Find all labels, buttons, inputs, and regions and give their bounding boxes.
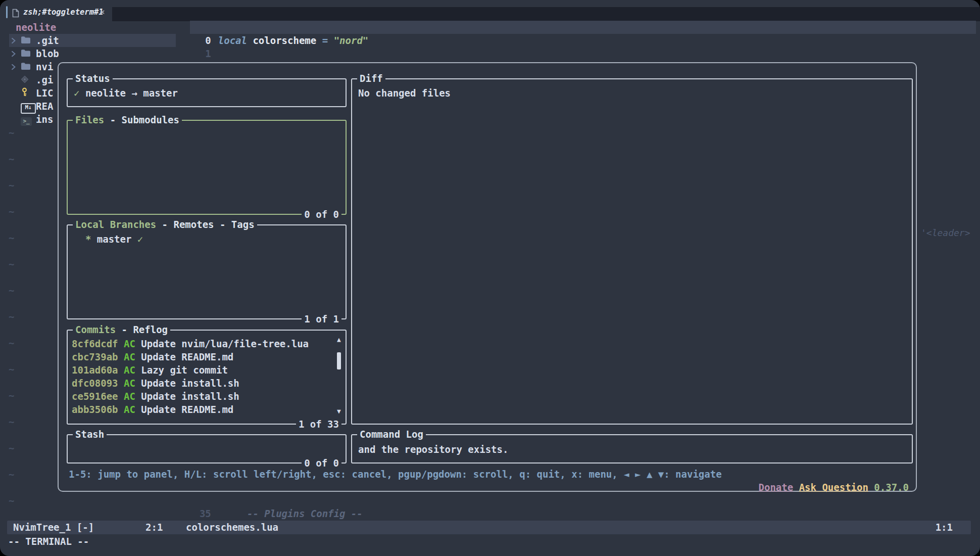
tabline-background [112,7,980,21]
tree-item-label: .git [36,34,59,47]
terminal-icon: >_ [21,113,36,126]
status-content: ✓ neolite → master [68,79,346,106]
commit-hash: dfc08093 [72,378,124,389]
keybindings-bar: 1-5: jump to panel, H/L: scroll left/rig… [69,468,722,481]
commit-row[interactable]: abb3506b AC Update README.md [72,403,332,416]
leader-key-hint: '<leader> [921,226,970,240]
commits-count: 1 of 33 [296,418,341,431]
commit-row[interactable]: cbc739ab AC Update README.md [72,350,332,363]
filename: colorschemes.lua [186,521,278,534]
file-icon [12,8,19,21]
tree-item-label: nvi [36,60,53,73]
tab-title: zsh;#toggleterm#1 [23,6,104,19]
scrollbar[interactable]: ▲ ▼ [335,335,343,416]
commits-panel[interactable]: Commits - Reflog 8cf6dcdf AC Update nvim… [67,330,347,425]
commit-hash: ce5916ee [72,391,124,402]
ask-question-link[interactable]: Ask Question [799,482,868,493]
branch-marker: * [74,234,97,245]
tree-item-blob[interactable]: blob [9,47,176,60]
lazygit-window: Status ✓ neolite → master Files - Submod… [58,62,917,492]
files-panel[interactable]: Files - Submodules 0 of 0 [67,120,347,215]
tree-item-label: ins [36,113,53,126]
folder-icon [21,60,36,73]
commit-author: AC [124,364,141,376]
branches-panel[interactable]: Local Branches - Remotes - Tags * master… [67,224,347,319]
scrollbar-thumb[interactable] [337,352,341,369]
chevron-right-icon [9,60,21,73]
diff-panel[interactable]: Diff No changed files [351,78,913,425]
filetree-root[interactable]: neolite [16,21,56,34]
empty-line-tilde: ~ [9,231,14,244]
commit-message: Update install.sh [141,391,239,402]
empty-line-tilde: ~ [9,468,14,481]
repo-name: neolite [79,87,131,99]
commit-message: Update README.md [141,404,233,415]
stash-panel-title: Stash [73,428,107,441]
tree-item-git[interactable]: .git [9,34,176,47]
statusline: NvimTree_1 [-] 2:1 colorschemes.lua 1:1 [7,521,971,534]
branches-count: 1 of 1 [302,312,341,326]
empty-line-tilde: ~ [9,310,14,323]
tree-item-label: blob [36,47,59,60]
folder-icon [21,34,36,47]
lazygit-version: 0.37.0 [874,482,909,493]
cursor-position-right: 1:1 [936,521,953,534]
arrow-right-icon: → [131,87,137,99]
buffer-name: NvimTree_1 [-] [13,521,94,534]
empty-line-tilde: ~ [9,415,14,428]
git-icon [21,73,36,86]
status-panel[interactable]: Status ✓ neolite → master [67,78,347,107]
files-panel-title: Files - Submodules [73,113,182,126]
empty-line-tilde: ~ [9,389,14,402]
empty-line-tilde: ~ [9,152,14,165]
commit-row[interactable]: dfc08093 AC Update install.sh [72,377,332,390]
empty-line-tilde: ~ [9,284,14,297]
tree-item-label: LIC [36,86,53,100]
markdown-icon: M↓ [21,99,36,114]
commit-author: AC [124,378,141,389]
command-log-panel[interactable]: Command Log and the repository exists. [351,434,913,464]
commit-hash: 101ad60a [72,364,124,376]
empty-line-tilde: ~ [9,257,14,270]
close-tab-icon[interactable]: × [100,6,105,19]
terminal-tab[interactable]: zsh;#toggleterm#1 × [0,3,112,21]
commit-author: AC [124,338,141,349]
folder-icon [21,47,36,60]
commit-hash: 8cf6dcdf [72,338,124,349]
diff-content: No changed files [352,79,912,424]
commit-message: Lazy git commit [141,364,228,376]
stash-panel[interactable]: Stash 0 of 0 [67,434,347,464]
files-count: 0 of 0 [302,208,341,221]
empty-line-tilde: ~ [9,494,14,507]
neovim-terminal-window: zsh;#toggleterm#1 × neolite .gitblobnvi.… [0,0,980,556]
commit-author: AC [124,391,141,402]
active-tab-indicator [6,6,8,18]
current-branch: master [137,87,178,99]
commit-hash: abb3506b [72,404,124,415]
commit-author: AC [124,351,141,362]
commit-row[interactable]: 101ad60a AC Lazy git commit [72,363,332,377]
commit-row[interactable]: 8cf6dcdf AC Update nvim/lua/file-tree.lu… [72,337,332,350]
empty-line-tilde: ~ [9,126,14,139]
tree-item-label: .gi [36,73,53,86]
empty-line-tilde: ~ [9,362,14,376]
donate-link[interactable]: Donate [759,482,794,493]
commit-message: Update README.md [141,351,233,362]
empty-line-tilde: ~ [9,336,14,349]
empty-line-tilde: ~ [9,205,14,218]
check-icon: ✓ [74,87,79,99]
chevron-right-icon [9,47,21,60]
check-icon: ✓ [131,234,143,245]
commit-message: Update nvim/lua/file-tree.lua [141,338,309,349]
commit-row[interactable]: ce5916ee AC Update install.sh [72,390,332,403]
chevron-right-icon [9,34,21,47]
tree-item-label: REA [36,100,53,113]
scroll-down-icon[interactable]: ▼ [335,407,343,415]
branch-row[interactable]: * master ✓ [68,225,346,318]
cursor-position-left: 2:1 [145,521,163,534]
scroll-up-icon[interactable]: ▲ [335,336,343,344]
license-icon [21,86,36,100]
branch-name: master [97,234,132,245]
empty-line-tilde: ~ [9,178,14,192]
commit-hash: cbc739ab [72,351,124,362]
